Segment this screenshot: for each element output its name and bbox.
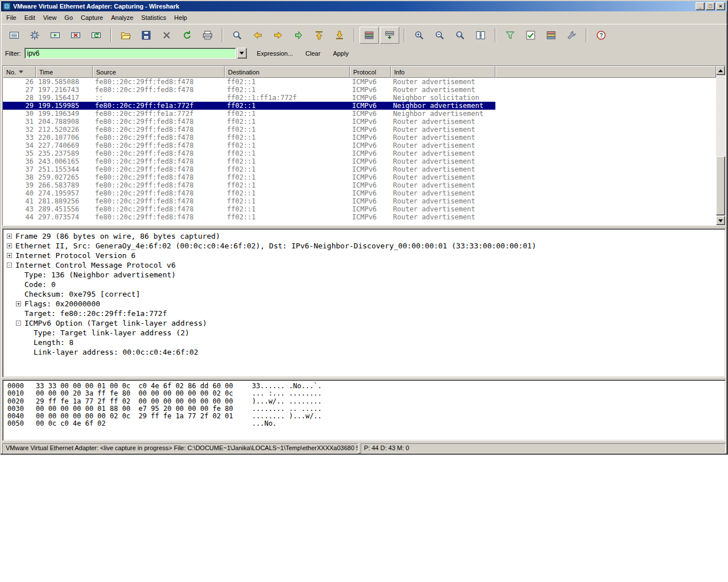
- detail-line[interactable]: Code: 0: [4, 280, 724, 289]
- zoom-in-icon[interactable]: [410, 27, 429, 44]
- column-header-no[interactable]: No.: [3, 66, 36, 78]
- close-button[interactable]: ×: [716, 2, 725, 10]
- packet-row[interactable]: 27197.216743fe80::20c:29ff:fed8:f478ff02…: [3, 86, 495, 94]
- packet-row[interactable]: 39266.583789fe80::20c:29ff:fed8:f478ff02…: [3, 181, 495, 189]
- coloring-rules-icon[interactable]: [541, 27, 561, 44]
- hex-line[interactable]: 004000 00 00 00 00 00 02 0c 29 ff fe 1a …: [7, 413, 721, 420]
- back-icon[interactable]: [248, 27, 267, 44]
- detail-line[interactable]: +Internet Protocol Version 6: [4, 251, 724, 260]
- expand-icon[interactable]: +: [7, 234, 12, 239]
- collapse-icon[interactable]: -: [16, 321, 21, 326]
- minimize-button[interactable]: _: [696, 2, 705, 10]
- packet-row[interactable]: 38259.027265fe80::20c:29ff:fed8:f478ff02…: [3, 173, 495, 181]
- detail-line[interactable]: -ICMPv6 Option (Target link-layer addres…: [4, 318, 724, 328]
- expand-icon[interactable]: +: [7, 243, 12, 248]
- interfaces-icon[interactable]: [5, 27, 24, 44]
- packet-row[interactable]: 34227.740669fe80::20c:29ff:fed8:f478ff02…: [3, 142, 495, 149]
- menu-item-view[interactable]: View: [39, 13, 61, 23]
- zoom-100-icon[interactable]: 1:1: [450, 27, 470, 44]
- packet-row[interactable]: 28199.156417::ff02::1:ff1a:772fICMPv6Nei…: [3, 94, 495, 102]
- goto-top-icon[interactable]: [309, 27, 329, 44]
- capture-filter-icon[interactable]: [500, 27, 520, 44]
- packet-row[interactable]: 31204.788908fe80::20c:29ff:fed8:f478ff02…: [3, 118, 495, 126]
- print-icon[interactable]: [198, 27, 217, 44]
- filter-label[interactable]: Filter:: [5, 50, 21, 57]
- filter-dropdown-button[interactable]: [237, 48, 247, 59]
- goto-packet-icon[interactable]: [289, 27, 308, 44]
- hex-line[interactable]: 003000 00 00 00 00 01 88 00 e7 95 20 00 …: [7, 405, 721, 413]
- start-capture-icon[interactable]: [46, 27, 65, 44]
- expand-icon[interactable]: +: [7, 253, 12, 258]
- packet-row[interactable]: 32212.520226fe80::20c:29ff:fed8:f478ff02…: [3, 126, 495, 134]
- find-icon[interactable]: [228, 27, 247, 44]
- scroll-thumb[interactable]: [716, 156, 725, 215]
- open-icon[interactable]: [116, 27, 135, 44]
- stop-capture-icon[interactable]: [66, 27, 85, 44]
- save-as-icon[interactable]: [136, 27, 156, 44]
- detail-line[interactable]: +Frame 29 (86 bytes on wire, 86 bytes ca…: [4, 231, 724, 241]
- expression-button[interactable]: Expression...: [255, 49, 296, 58]
- packet-cell-no: 41: [3, 197, 36, 205]
- packet-row[interactable]: 40274.195957fe80::20c:29ff:fed8:f478ff02…: [3, 189, 495, 197]
- column-header-time[interactable]: Time: [36, 66, 93, 78]
- hex-line[interactable]: 000033 33 00 00 00 01 00 0c c0 4e 6f 02 …: [7, 383, 721, 390]
- packet-row[interactable]: 37251.155344fe80::20c:29ff:fed8:f478ff02…: [3, 165, 495, 173]
- autoscroll-toggle[interactable]: [380, 27, 399, 44]
- detail-line[interactable]: +Flags: 0x20000000: [4, 299, 724, 309]
- detail-line[interactable]: Type: Target link-layer address (2): [4, 328, 724, 338]
- column-header-source[interactable]: Source: [93, 66, 225, 78]
- detail-line[interactable]: Checksum: 0xe795 [correct]: [4, 289, 724, 299]
- restart-capture-icon[interactable]: [86, 27, 106, 44]
- help-icon[interactable]: ?: [592, 27, 611, 44]
- packet-row[interactable]: 44297.073574fe80::20c:29ff:fed8:f478ff02…: [3, 213, 495, 221]
- menu-item-file[interactable]: File: [2, 13, 20, 23]
- collapse-icon[interactable]: -: [7, 263, 12, 268]
- column-header-destination[interactable]: Destination: [225, 66, 350, 78]
- resize-columns-icon[interactable]: [471, 27, 490, 44]
- packet-row[interactable]: 33220.107706fe80::20c:29ff:fed8:f478ff02…: [3, 134, 495, 142]
- zoom-out-icon[interactable]: [430, 27, 449, 44]
- menu-item-analyze[interactable]: Analyze: [107, 13, 137, 23]
- menu-item-go[interactable]: Go: [60, 13, 77, 23]
- column-header-protocol[interactable]: Protocol: [350, 66, 391, 78]
- hex-line[interactable]: 005000 0c c0 4e 6f 02...No.: [7, 420, 721, 427]
- detail-line[interactable]: Link-layer address: 00:0c:c0:4e:6f:02: [4, 347, 724, 357]
- restore-button[interactable]: □: [706, 2, 715, 10]
- goto-bottom-icon[interactable]: [330, 27, 349, 44]
- hex-line[interactable]: 001000 00 00 20 3a ff fe 80 00 00 00 00 …: [7, 390, 721, 397]
- column-header-info[interactable]: Info: [391, 66, 495, 78]
- capture-options-icon[interactable]: [25, 27, 44, 44]
- packet-list-scrollbar[interactable]: [716, 66, 725, 225]
- detail-line[interactable]: Length: 8: [4, 338, 724, 347]
- scroll-track[interactable]: [716, 75, 725, 216]
- menu-item-help[interactable]: Help: [170, 13, 191, 23]
- expand-icon[interactable]: +: [16, 301, 21, 306]
- menu-item-statistics[interactable]: Statistics: [137, 13, 170, 23]
- apply-button[interactable]: Apply: [330, 49, 351, 58]
- detail-line[interactable]: -Internet Control Message Protocol v6: [4, 260, 724, 270]
- scroll-down-button[interactable]: [716, 216, 725, 225]
- reload-icon[interactable]: [177, 27, 197, 44]
- display-filter-icon[interactable]: [521, 27, 540, 44]
- packet-row[interactable]: 36243.006165fe80::20c:29ff:fed8:f478ff02…: [3, 157, 495, 165]
- detail-line[interactable]: Type: 136 (Neighbor advertisement): [4, 270, 724, 280]
- menu-item-edit[interactable]: Edit: [20, 13, 39, 23]
- packet-row[interactable]: 35235.237589fe80::20c:29ff:fed8:f478ff02…: [3, 149, 495, 157]
- hex-line[interactable]: 002029 ff fe 1a 77 2f ff 02 00 00 00 00 …: [7, 398, 721, 405]
- packet-row[interactable]: 29199.159985fe80::20c:29ff:fe1a:772fff02…: [3, 102, 495, 110]
- colorize-toggle[interactable]: [359, 27, 379, 44]
- packet-row[interactable]: 43289.451556fe80::20c:29ff:fed8:f478ff02…: [3, 205, 495, 213]
- scroll-up-button[interactable]: [716, 66, 725, 75]
- filter-input[interactable]: [24, 48, 236, 59]
- detail-line[interactable]: Target: fe80::20c:29ff:fe1a:772f: [4, 309, 724, 318]
- detail-line[interactable]: +Ethernet II, Src: GeneraOy_4e:6f:02 (00…: [4, 241, 724, 251]
- titlebar[interactable]: VMware Virtual Ethernet Adapter: Capturi…: [1, 1, 727, 11]
- forward-icon[interactable]: [268, 27, 288, 44]
- packet-row[interactable]: 30199.196349fe80::20c:29ff:fe1a:772fff02…: [3, 110, 495, 118]
- preferences-icon[interactable]: [562, 27, 581, 44]
- menu-item-capture[interactable]: Capture: [77, 13, 107, 23]
- clear-button[interactable]: Clear: [303, 49, 322, 58]
- packet-row[interactable]: 41281.889256fe80::20c:29ff:fed8:f478ff02…: [3, 197, 495, 205]
- packet-row[interactable]: 26189.585088fe80::20c:29ff:fed8:f478ff02…: [3, 78, 495, 86]
- close-capture-icon[interactable]: [157, 27, 176, 44]
